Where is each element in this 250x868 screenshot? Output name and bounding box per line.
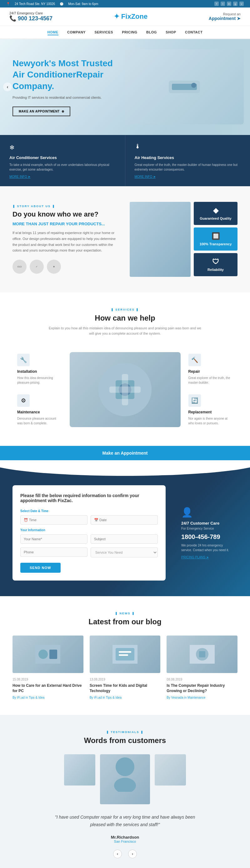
customer-phone[interactable]: 1800-456-789 <box>181 533 231 540</box>
blog-title-0[interactable]: How to Care for an External Hard Drive f… <box>12 683 84 694</box>
date-time-label: Select Date & Time <box>20 509 158 513</box>
appointment-section: Please fill the below required informati… <box>0 460 250 596</box>
feature-reliability: 🛡 Reliability <box>194 253 238 276</box>
ac-more-link[interactable]: MORE INFO ➤ <box>9 175 116 178</box>
pricing-plans-link[interactable]: PRICING PLANS ➤ <box>181 556 231 559</box>
installation-title: Installation <box>17 369 62 374</box>
service-maintenance: ⚙ Maintenance Denounce pleasure account … <box>12 390 67 430</box>
appointment-form-col: Please fill the below required informati… <box>12 485 166 581</box>
nav-blog[interactable]: BLOG <box>146 30 157 34</box>
services-layout: 🔧 Installation How this idea denouncing … <box>12 349 238 430</box>
iso-badge: ISO <box>12 260 27 274</box>
date-input[interactable] <box>91 515 158 525</box>
hours-icon: 🕐 <box>60 2 63 6</box>
vimeo-icon[interactable]: v <box>239 2 244 6</box>
svg-point-19 <box>114 778 136 792</box>
linkedin-icon[interactable]: in <box>227 2 231 6</box>
about-heading: Do you know who we are? <box>12 210 120 218</box>
form-title: Please fill the below required informati… <box>20 493 158 503</box>
phone-group <box>20 548 88 557</box>
how-tag: ❚ SERVICES ❚ <box>12 308 238 311</box>
testi-name: Mr.Richardson <box>12 835 238 840</box>
social-links[interactable]: f t in g v <box>214 2 244 6</box>
how-desc: Explain to you how all this mistaken ide… <box>47 326 203 337</box>
about-highlight: MORE THAN JUST REPAIR YOUR PRODUCTS... <box>12 221 120 226</box>
testi-prev-button[interactable]: ‹ <box>113 849 122 858</box>
logo-icon: ✦ <box>114 12 121 20</box>
date-field-group <box>91 515 158 525</box>
request-label: Request an <box>209 12 241 16</box>
blog-date-2: 08.08.2019 <box>166 678 238 681</box>
hero-title: Newyork's Most Trusted Air ConditionerRe… <box>12 58 113 92</box>
blog-title-2[interactable]: Is The Computer Repair Industry Growing … <box>166 683 238 694</box>
cert-badge: ✓ <box>30 260 44 274</box>
blog-author-2: By Vesnada in Maintenance <box>166 696 238 699</box>
testi-next-button[interactable]: › <box>128 849 137 858</box>
name-subject-row <box>20 534 158 544</box>
appointment-link[interactable]: Appointment ➤ <box>209 16 241 21</box>
installation-desc: How this idea denouncing pleasure-prisin… <box>17 376 62 385</box>
site-logo[interactable]: ✦ FixZone <box>114 12 148 21</box>
how-section: ❚ SERVICES ❚ How can we help Explain to … <box>0 292 250 446</box>
phone-input[interactable] <box>20 548 88 557</box>
subject-input[interactable] <box>91 534 158 544</box>
nav-shop[interactable]: SHOP <box>166 30 176 34</box>
repair-desc: Great explorer of the truth, the master-… <box>188 376 233 385</box>
svg-rect-17 <box>199 651 205 657</box>
name-input[interactable] <box>20 534 88 544</box>
service-select[interactable]: Service You Need <box>91 548 158 557</box>
nav-home[interactable]: HOME <box>48 30 58 35</box>
emergency-label: 24/7 Emergency Care <box>9 11 53 15</box>
feature-transparency: 🔲 100% Transparency <box>194 227 238 251</box>
date-time-row <box>20 515 158 525</box>
blog-image-1 <box>90 636 161 673</box>
trust-badges: ISO ✓ ★ <box>12 260 120 274</box>
emergency-service-label: For Emergency Service <box>181 527 231 530</box>
appointment-banner[interactable]: Make an Appointment <box>0 446 250 460</box>
svg-point-9 <box>38 650 48 659</box>
info-label: Your Information <box>20 528 158 532</box>
reliability-icon: 🛡 <box>198 258 233 266</box>
about-image <box>130 202 191 277</box>
top-hours: Mon-Sat: 9am to 6pm <box>68 2 98 6</box>
services-left-col: 🔧 Installation How this idea denouncing … <box>12 349 67 430</box>
hero-prev-button[interactable]: ‹ <box>3 83 12 91</box>
testi-img-left <box>64 754 95 785</box>
testi-role: San Francisco <box>12 840 238 843</box>
service-replacement: 🔄 Replacement Nor again is there anyone … <box>184 390 238 430</box>
care-description: We provide 24 hrs emergency service. Con… <box>181 543 231 552</box>
testi-img-main <box>100 754 150 804</box>
about-right: ◆ Guaranteed Quality 🔲 100% Transparency… <box>130 202 238 277</box>
facebook-icon[interactable]: f <box>214 2 219 6</box>
google-icon[interactable]: g <box>233 2 238 6</box>
replacement-title: Replacement <box>188 410 233 414</box>
send-button[interactable]: SEND NOW <box>20 563 61 573</box>
nav-pricing[interactable]: PRICING <box>122 30 137 34</box>
name-group <box>20 534 88 544</box>
service-group: Service You Need <box>91 548 158 557</box>
nav-company[interactable]: COMPANY <box>67 30 86 34</box>
about-left: ❚ STORY ABOUT US ❚ Do you know who we ar… <box>12 205 120 274</box>
blog-title-1[interactable]: Screen Time for Kids and Digital Technol… <box>90 683 161 694</box>
blog-image-0 <box>12 636 84 673</box>
heating-more-link[interactable]: MORE INFO ➤ <box>135 175 241 178</box>
nav-contact[interactable]: CONTACT <box>185 30 202 34</box>
replacement-desc: Nor again is there anyone at who loves o… <box>188 416 233 426</box>
time-input[interactable] <box>20 515 88 525</box>
appointment-info: Request an Appointment ➤ <box>209 12 241 21</box>
top-address: 24 Tech Road Ste. NY 10026 <box>15 2 55 6</box>
twitter-icon[interactable]: t <box>221 2 225 6</box>
blog-date-0: 15.08.2019 <box>12 678 84 681</box>
nav-services[interactable]: SERVICES <box>94 30 113 34</box>
hero-cta-button[interactable]: MAKE AN APPOINTMENT ⊕ <box>12 106 70 116</box>
ac-icon <box>9 143 22 152</box>
logo-text: ✦ FixZone <box>114 12 148 21</box>
subject-group <box>91 534 158 544</box>
emergency-phone[interactable]: 📞 900 123-4567 <box>9 15 53 22</box>
testimonial-images <box>12 754 238 804</box>
testi-quote: "I have used Computer repair for a very … <box>53 814 197 829</box>
site-header: 24/7 Emergency Care 📞 900 123-4567 ✦ Fix… <box>0 7 250 26</box>
award-badge: ★ <box>47 260 61 274</box>
emergency-info: 24/7 Emergency Care 📞 900 123-4567 <box>9 11 53 22</box>
about-features: ◆ Guaranteed Quality 🔲 100% Transparency… <box>194 202 238 277</box>
